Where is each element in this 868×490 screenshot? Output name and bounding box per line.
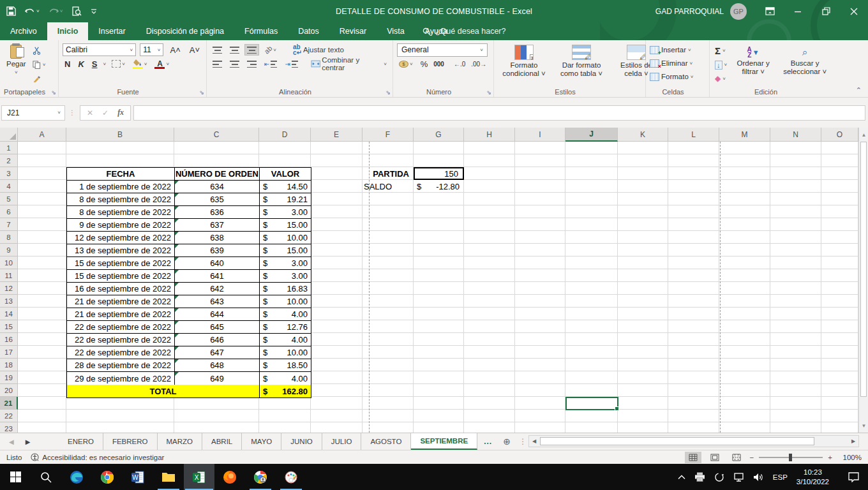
column-header[interactable]: L [668,128,719,142]
cut-button[interactable] [31,45,47,56]
sheet-tab[interactable]: AGOSTO [361,433,411,450]
prev-sheet-icon[interactable]: ◀ [9,438,14,445]
row-header[interactable]: 13 [0,295,18,308]
cell-fecha[interactable]: 8 de septiembre de 2022 [67,193,175,206]
column-header[interactable]: E [311,128,363,142]
find-select-button[interactable]: ⌕ Buscar y seleccionar ˅ [777,43,833,87]
zoom-out-icon[interactable]: − [750,454,754,461]
header-orden[interactable]: NÚMERO DE ORDEN [175,168,260,181]
column-header[interactable]: O [821,128,858,142]
align-right-icon[interactable] [245,59,258,69]
font-name-select[interactable]: Calibri˅ [63,43,136,56]
horizontal-scrollbar[interactable]: ◀ ▶ [528,435,859,447]
font-dialog-launcher-icon[interactable]: ⇘ [199,89,204,96]
chrome-profile-icon[interactable] [245,464,276,490]
excel-taskbar-icon[interactable]: X [184,464,214,490]
sheet-cells[interactable]: FECHA NÚMERO DE ORDEN VALOR 1 de septiem… [18,142,858,433]
cancel-entry-icon[interactable]: ✕ [87,108,93,117]
hidden-icons-chevron-icon[interactable] [678,475,685,480]
ribbon-tab[interactable]: Archivo [0,22,47,40]
column-header[interactable]: C [174,128,259,142]
increase-font-icon[interactable]: A˄ [167,45,183,55]
vertical-scroll-thumb[interactable] [860,142,867,397]
row-header[interactable]: 8 [0,231,18,244]
format-painter-button[interactable] [31,73,47,84]
total-label-cell[interactable]: TOTAL [67,385,260,397]
cell-fecha[interactable]: 22 de septiembre de 2022 [67,321,175,334]
cell-orden[interactable]: 643 [175,295,260,308]
scroll-right-icon[interactable]: ▶ [848,436,858,447]
paint-icon[interactable] [276,464,306,490]
word-icon[interactable]: W [123,464,153,490]
italic-button[interactable]: K [76,59,86,69]
sheet-tab[interactable]: MARZO [158,433,203,450]
cell-orden[interactable]: 634 [175,181,260,193]
increase-indent-icon[interactable]: ⇥ [283,59,299,69]
chrome-icon[interactable] [92,464,123,490]
cell-valor[interactable]: $10.00 [260,295,311,308]
increase-decimal-icon[interactable]: ←.0 [454,61,465,68]
page-layout-view-icon[interactable] [707,452,723,463]
scroll-up-icon[interactable]: ▲ [859,129,868,140]
cell-fecha[interactable]: 22 de septiembre de 2022 [67,334,175,346]
zoom-slider[interactable] [759,457,823,458]
partida-value-cell[interactable]: 150 [414,167,464,180]
ribbon-tab[interactable]: Disposición de página [136,22,234,40]
comma-style-icon[interactable]: 000 [433,61,444,68]
cell-fecha[interactable]: 8 de septiembre de 2022 [67,206,175,219]
clear-button[interactable]: ◆˅ [714,73,728,84]
row-header[interactable]: 22 [0,410,18,422]
saldo-label-cell[interactable]: SALDO [363,180,414,193]
header-valor[interactable]: VALOR [260,168,311,181]
align-top-icon[interactable] [211,45,224,55]
edge-icon[interactable] [61,464,92,490]
ribbon-display-options-icon[interactable] [756,0,784,22]
ribbon-tab[interactable]: Fórmulas [234,22,288,40]
cell-valor[interactable]: $10.00 [260,346,311,359]
cell-fecha[interactable]: 12 de septiembre de 2022 [67,232,175,244]
row-header[interactable]: 15 [0,320,18,333]
minimize-button[interactable] [784,0,812,22]
borders-button[interactable]: ˅ [110,59,127,69]
cell-orden[interactable]: 636 [175,206,260,219]
header-fecha[interactable]: FECHA [67,168,175,181]
cell-orden[interactable]: 645 [175,321,260,334]
zoom-slider-thumb[interactable] [789,454,792,461]
cell-valor[interactable]: $14.50 [260,181,311,193]
cell-orden[interactable]: 642 [175,283,260,295]
column-header[interactable]: J [565,128,618,142]
sheet-tab[interactable]: ENERO [59,433,103,450]
column-header[interactable]: G [414,128,464,142]
network-icon[interactable] [733,473,744,482]
cell-valor[interactable]: $10.00 [260,232,311,244]
row-header[interactable]: 6 [0,205,18,218]
partida-label-cell[interactable]: PARTIDA [363,167,414,180]
page-break-view-icon[interactable] [728,452,745,463]
tell-me-search[interactable]: ¿Qué desea hacer? [423,22,506,40]
sheet-tab[interactable]: MAYO [242,433,281,450]
orientation-icon[interactable]: ab˅ [262,45,278,55]
sheet-tab[interactable]: JULIO [322,433,362,450]
row-header[interactable]: 10 [0,256,18,269]
collapse-ribbon-icon[interactable]: ⌃ [856,86,862,94]
row-header[interactable]: 14 [0,308,18,320]
row-header[interactable]: 16 [0,333,18,346]
paste-dropdown-icon[interactable]: ˅ [15,70,18,75]
cell-valor[interactable]: $4.00 [260,308,311,321]
conditional-formatting-button[interactable]: ≠ Formato condicional ˅ [497,43,551,87]
cell-valor[interactable]: $19.21 [260,193,311,206]
number-format-select[interactable]: General˅ [397,43,488,57]
cell-fecha[interactable]: 16 de septiembre de 2022 [67,283,175,295]
row-header[interactable]: 12 [0,282,18,295]
cell-fecha[interactable]: 21 de septiembre de 2022 [67,308,175,321]
taskbar-clock[interactable]: 10:23 3/10/2022 [797,468,829,486]
language-indicator[interactable]: ESP [773,473,788,481]
copy-button[interactable]: ˅ [31,59,47,70]
sort-filter-button[interactable]: AZ▼ Ordenar y filtrar ˅ [730,43,777,87]
column-header[interactable]: D [259,128,311,142]
new-sheet-icon[interactable]: ⊕ [498,433,515,450]
row-header[interactable]: 1 [0,142,18,154]
column-header[interactable]: N [770,128,821,142]
row-header[interactable]: 9 [0,244,18,256]
action-center-icon[interactable] [838,472,863,482]
